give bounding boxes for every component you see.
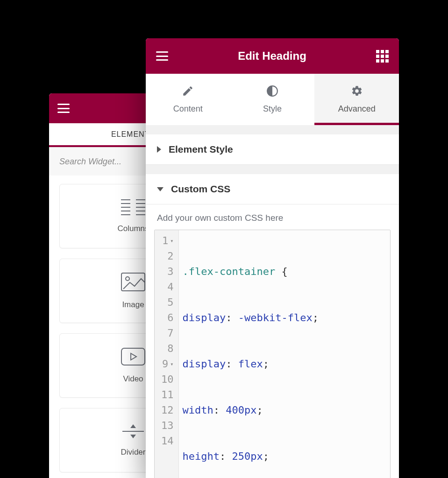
widget-label: Divider <box>121 448 146 457</box>
caret-down-icon <box>157 187 164 191</box>
pencil-icon <box>182 85 194 100</box>
tab-label: Style <box>263 104 282 114</box>
fold-icon[interactable]: ▾ <box>170 237 173 245</box>
edit-header: Edit Heading <box>146 38 399 74</box>
custom-css-body: Add your own custom CSS here 1▾ 2 3 4 5 … <box>146 204 399 478</box>
svg-marker-14 <box>130 424 136 428</box>
panel-title: Edit Heading <box>238 49 306 63</box>
editor-tabs: Content Style Advanced <box>146 74 399 125</box>
tab-style[interactable]: Style <box>230 74 315 125</box>
columns-icon <box>120 199 146 218</box>
editor-code[interactable]: .flex-container { display: -webkit-flex;… <box>179 230 360 478</box>
svg-point-11 <box>126 277 129 281</box>
css-editor[interactable]: 1▾ 2 3 4 5 6 7 8 9▾ 10 11 12 13 14 .flex… <box>154 230 391 478</box>
gear-icon <box>351 85 363 100</box>
image-icon <box>121 272 146 294</box>
svg-rect-12 <box>121 348 145 365</box>
section-title: Element Style <box>169 144 233 155</box>
tab-label: Content <box>173 104 203 114</box>
divider-icon <box>121 423 145 441</box>
section-element-style[interactable]: Element Style <box>146 134 399 165</box>
tab-label: Advanced <box>338 104 376 114</box>
svg-marker-13 <box>131 353 136 360</box>
contrast-icon <box>266 85 278 100</box>
tab-advanced[interactable]: Advanced <box>314 74 399 125</box>
section-custom-css[interactable]: Custom CSS <box>146 174 399 204</box>
video-icon <box>121 347 146 368</box>
widget-label: Video <box>123 374 143 384</box>
edit-heading-panel: Edit Heading Content Style Advanced <box>146 38 399 478</box>
menu-icon[interactable] <box>57 104 70 113</box>
svg-rect-10 <box>121 273 145 291</box>
svg-marker-16 <box>130 435 136 438</box>
tab-content[interactable]: Content <box>146 74 230 125</box>
section-title: Custom CSS <box>171 183 230 195</box>
widget-label: Image <box>122 300 144 309</box>
editor-gutter: 1▾ 2 3 4 5 6 7 8 9▾ 10 11 12 13 14 <box>155 230 179 478</box>
menu-icon[interactable] <box>156 51 168 61</box>
apps-icon[interactable] <box>376 50 389 63</box>
custom-css-desc: Add your own custom CSS here <box>157 213 391 223</box>
fold-icon[interactable]: ▾ <box>170 360 173 368</box>
caret-right-icon <box>157 146 161 153</box>
widget-label: Columns <box>117 224 149 233</box>
